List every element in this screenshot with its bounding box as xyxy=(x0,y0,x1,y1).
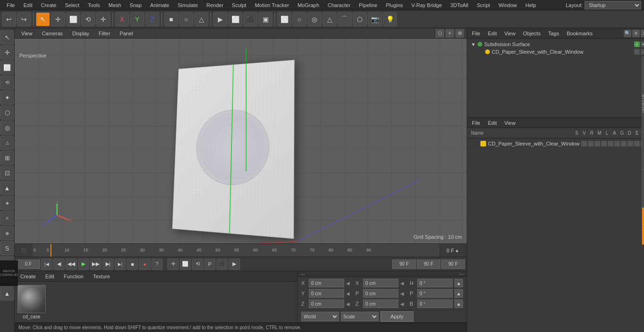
poly-button[interactable]: △ xyxy=(322,12,337,26)
step-back-btn[interactable]: ◀ xyxy=(53,259,65,270)
render-region-button[interactable]: ⬜ xyxy=(228,12,242,26)
obj-bot-menu-view[interactable]: View xyxy=(502,119,519,127)
cube-button[interactable]: ⬜ xyxy=(277,12,291,26)
anim-btn-6[interactable]: ▶ xyxy=(229,259,240,270)
obj-bot-menu-edit[interactable]: Edit xyxy=(485,119,500,127)
menu-animate[interactable]: Animate xyxy=(147,1,173,9)
x-axis-button[interactable]: X xyxy=(115,12,129,26)
obj-close-icon[interactable]: ✕ xyxy=(641,30,644,37)
start-frame-input[interactable] xyxy=(17,259,40,269)
viewport-container[interactable]: View Cameras Display Filter Panel ⬡ + ⚙ … xyxy=(15,28,467,243)
camera-button[interactable]: 📷 xyxy=(368,12,382,26)
mat-menu-texture[interactable]: Texture xyxy=(90,273,113,280)
obj-bot-menu-file[interactable]: File xyxy=(469,119,483,127)
tool-box[interactable]: ⬡ xyxy=(0,105,14,120)
menu-render[interactable]: Render xyxy=(203,1,227,9)
play-back-btn[interactable]: ◀◀ xyxy=(66,259,77,270)
apply-button[interactable]: Apply xyxy=(380,311,413,322)
tool-edge[interactable]: ⊞ xyxy=(0,151,14,165)
coord-z-pos[interactable] xyxy=(309,300,344,308)
menu-file[interactable]: File xyxy=(3,1,19,9)
tool-move[interactable]: ✛ xyxy=(0,45,14,59)
menu-character[interactable]: Character xyxy=(324,1,354,9)
menu-vray[interactable]: V-Ray Bridge xyxy=(408,1,446,9)
anim-btn-4[interactable]: P xyxy=(204,259,215,270)
tool-live[interactable]: ◎ xyxy=(0,121,14,135)
tab-content-browser[interactable]: Content Browser xyxy=(642,94,644,132)
world-select[interactable]: World xyxy=(301,312,339,321)
coord-x-scale[interactable] xyxy=(417,279,453,287)
obj-menu-bookmarks[interactable]: Bookmarks xyxy=(564,30,595,37)
timeline-playhead[interactable] xyxy=(50,244,51,257)
play-btn[interactable]: ▶ xyxy=(78,259,89,270)
end-frame-input[interactable] xyxy=(392,259,416,269)
menu-mograph[interactable]: MoGraph xyxy=(294,1,323,9)
menu-sculpt[interactable]: Sculpt xyxy=(228,1,250,9)
tool-flatten[interactable]: ▲ xyxy=(0,286,14,300)
move-tool-button[interactable]: ✛ xyxy=(51,12,65,26)
timeline-frame-input[interactable]: 0 F ▲ xyxy=(438,248,467,253)
layer-icon-9[interactable]: · xyxy=(634,141,640,146)
menu-plugins[interactable]: Plugins xyxy=(382,1,406,9)
menu-motion-tracker[interactable]: Motion Tracker xyxy=(251,1,293,9)
menu-window[interactable]: Window xyxy=(495,1,520,9)
menu-pipeline[interactable]: Pipeline xyxy=(355,1,381,9)
layer-icon-1[interactable]: · xyxy=(581,141,587,146)
cylinder-button[interactable]: ◎ xyxy=(307,12,322,26)
obj-menu-file[interactable]: File xyxy=(469,30,483,37)
tool-scale[interactable]: ⬜ xyxy=(0,60,14,74)
obj-vis-dot-2[interactable]: · xyxy=(641,49,644,55)
layer-icon-4[interactable]: · xyxy=(601,141,607,146)
obj-expand-1[interactable]: ▼ xyxy=(471,42,476,47)
preview-end-input[interactable] xyxy=(441,259,465,269)
layer-icon-8[interactable]: · xyxy=(627,141,633,146)
layer-icon-7[interactable]: · xyxy=(621,141,627,146)
light-button[interactable]: 💡 xyxy=(383,12,397,26)
layout-dropdown[interactable]: Startup xyxy=(585,1,641,9)
mat-menu-function[interactable]: Function xyxy=(61,273,86,280)
object-mode-button[interactable]: ○ xyxy=(179,12,193,26)
preview-start-input[interactable] xyxy=(417,259,440,269)
obj-row-cd-sleeve[interactable]: ▶ CD_Paper_Sleeve_with_Clear_Window · · xyxy=(469,48,644,56)
obj-vis-dot-1[interactable]: · xyxy=(634,49,640,55)
tool-transform[interactable]: ✦ xyxy=(0,90,14,105)
obj-filter-icon[interactable]: ≡ xyxy=(632,30,640,37)
step-forward-btn[interactable]: ▶| xyxy=(102,259,114,270)
coord-z-scale[interactable] xyxy=(417,300,453,308)
coord-z-rot[interactable] xyxy=(363,300,398,308)
menu-3dtoall[interactable]: 3DToAll xyxy=(446,1,472,9)
tool-extrude[interactable]: ▲ xyxy=(0,181,14,195)
tool-poly[interactable]: △ xyxy=(0,136,14,150)
tool-sculpt[interactable]: S xyxy=(0,241,14,255)
menu-script[interactable]: Script xyxy=(473,1,494,9)
layer-icon-2[interactable]: · xyxy=(588,141,594,146)
coord-x-rot[interactable] xyxy=(363,279,398,287)
menu-edit[interactable]: Edit xyxy=(20,1,36,9)
anim-btn-3[interactable]: ⟲ xyxy=(192,259,203,270)
coord-y-btn[interactable]: ▲ xyxy=(454,289,463,298)
vp-menu-display[interactable]: Display xyxy=(68,30,93,37)
coord-x-btn[interactable]: ▲ xyxy=(454,279,463,287)
coord-y-pos[interactable] xyxy=(309,289,344,298)
obj-menu-view[interactable]: View xyxy=(502,30,519,37)
obj-bot-row-cd[interactable]: · CD_Paper_Sleeve_with_Clear_Window · · … xyxy=(469,139,644,148)
z-axis-button[interactable]: Z xyxy=(145,12,159,26)
timeline-area[interactable]: ⬛ 0 5 10 15 20 25 30 35 40 45 50 55 60 6… xyxy=(15,243,467,257)
render-all-button[interactable]: ⬛ xyxy=(243,12,257,26)
frame-step-up[interactable]: ▲ xyxy=(455,248,459,253)
layer-icon-5[interactable]: · xyxy=(608,141,613,146)
layer-icon-6[interactable]: · xyxy=(614,141,620,146)
play-forward-btn[interactable]: ▶▶ xyxy=(90,259,101,270)
menu-create[interactable]: Create xyxy=(37,1,60,9)
anim-btn-5[interactable]: ⬛ xyxy=(216,259,228,270)
tool-rotate[interactable]: ⟲ xyxy=(0,75,14,89)
render-view-button[interactable]: ▶ xyxy=(213,12,227,26)
tool-bevel[interactable]: ◈ xyxy=(0,196,14,210)
redo-button[interactable]: ↪ xyxy=(17,12,31,26)
next-keyframe-btn[interactable]: ▶| xyxy=(115,259,126,270)
spline-mode-button[interactable]: △ xyxy=(194,12,208,26)
tool-knife[interactable]: ⚔ xyxy=(0,211,14,225)
tab-structure[interactable]: Structure xyxy=(642,132,644,170)
menu-mesh[interactable]: Mesh xyxy=(105,1,125,9)
sphere-button[interactable]: ○ xyxy=(292,12,306,26)
